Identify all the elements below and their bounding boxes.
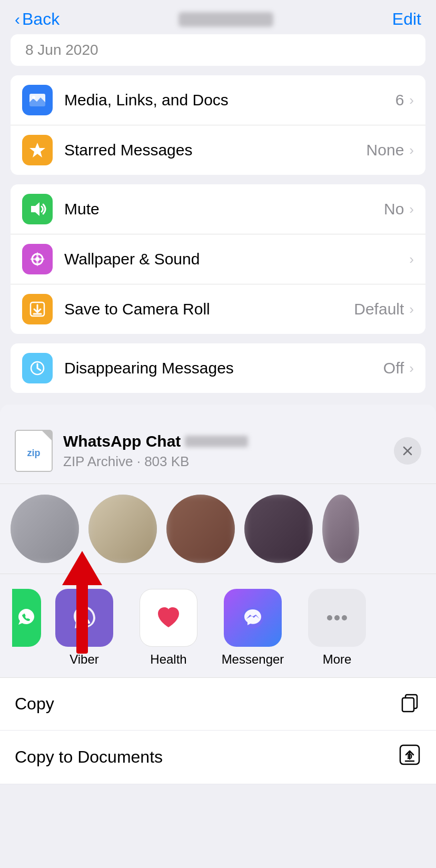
wallpaper-sound-row[interactable]: Wallpaper & Sound › bbox=[11, 234, 425, 284]
disappearing-messages-value: Off bbox=[383, 359, 404, 377]
mute-icon bbox=[22, 194, 53, 224]
top-nav: ‹ Back Edit bbox=[0, 0, 436, 34]
wallpaper-chevron-icon: › bbox=[409, 251, 414, 268]
copy-to-documents-icon: D bbox=[398, 743, 421, 771]
zip-size: 803 KB bbox=[144, 453, 189, 469]
starred-messages-label: Starred Messages bbox=[64, 141, 366, 159]
close-button[interactable] bbox=[394, 437, 421, 465]
svg-point-2 bbox=[32, 96, 35, 99]
contact-avatar-3[interactable] bbox=[166, 495, 235, 563]
whatsapp-partial-icon bbox=[12, 589, 41, 647]
zip-icon-label: zip bbox=[27, 448, 41, 459]
health-app-item[interactable]: Health bbox=[126, 589, 211, 667]
media-links-docs-value: 6 bbox=[395, 91, 404, 109]
disappearing-icon bbox=[22, 353, 53, 383]
media-links-docs-row[interactable]: Media, Links, and Docs 6 › bbox=[11, 75, 425, 125]
zip-info: WhatsApp Chat ZIP Archive · 803 KB bbox=[63, 432, 383, 470]
zip-type: ZIP Archive bbox=[63, 453, 133, 469]
svg-marker-4 bbox=[31, 202, 39, 216]
arrow-head-icon bbox=[62, 551, 102, 585]
action-section: Copy Copy to Documents D bbox=[0, 678, 436, 784]
starred-icon bbox=[22, 135, 53, 165]
zip-contact-blurred bbox=[185, 436, 248, 447]
disappearing-messages-group: Disappearing Messages Off › bbox=[11, 343, 425, 393]
media-links-docs-label: Media, Links, and Docs bbox=[64, 91, 395, 109]
svg-rect-17 bbox=[402, 698, 414, 712]
disappearing-messages-label: Disappearing Messages bbox=[64, 359, 383, 377]
mute-value: No bbox=[384, 200, 404, 218]
svg-text:D: D bbox=[407, 753, 412, 761]
date-text: 8 Jun 2020 bbox=[25, 42, 98, 58]
contact-avatar-4[interactable] bbox=[244, 495, 313, 563]
copy-icon bbox=[399, 691, 421, 717]
svg-point-15 bbox=[342, 615, 347, 620]
starred-chevron-icon: › bbox=[409, 142, 414, 159]
zip-meta: ZIP Archive · 803 KB bbox=[63, 453, 383, 470]
wallpaper-icon bbox=[22, 244, 53, 274]
health-label: Health bbox=[150, 652, 186, 667]
starred-messages-row[interactable]: Starred Messages None › bbox=[11, 125, 425, 175]
copy-row[interactable]: Copy bbox=[0, 678, 436, 731]
save-camera-roll-chevron-icon: › bbox=[409, 301, 414, 318]
messenger-label: Messenger bbox=[222, 652, 284, 667]
contact-avatar-5[interactable] bbox=[322, 495, 359, 563]
red-arrow-indicator bbox=[62, 551, 102, 654]
more-app-item[interactable]: More bbox=[295, 589, 379, 667]
nav-title-blurred bbox=[179, 12, 273, 27]
zip-header: zip WhatsApp Chat ZIP Archive · 803 KB bbox=[0, 415, 436, 484]
back-button[interactable]: ‹ Back bbox=[15, 9, 60, 29]
save-camera-roll-row[interactable]: Save to Camera Roll Default › bbox=[11, 284, 425, 334]
media-icon bbox=[22, 85, 53, 115]
disappearing-messages-row[interactable]: Disappearing Messages Off › bbox=[11, 343, 425, 393]
save-camera-roll-value: Default bbox=[354, 300, 404, 318]
zip-filename: WhatsApp Chat bbox=[63, 432, 181, 450]
svg-marker-3 bbox=[29, 143, 45, 157]
back-label: Back bbox=[22, 9, 60, 29]
more-label: More bbox=[323, 652, 352, 667]
more-icon bbox=[308, 589, 366, 647]
back-chevron-icon: ‹ bbox=[15, 11, 20, 28]
copy-label: Copy bbox=[15, 694, 54, 714]
arrow-shaft bbox=[76, 585, 88, 654]
zip-file-icon: zip bbox=[15, 430, 53, 472]
save-camera-roll-icon bbox=[22, 294, 53, 324]
mute-row[interactable]: Mute No › bbox=[11, 184, 425, 234]
zip-dot: · bbox=[137, 453, 144, 469]
messenger-icon bbox=[224, 589, 282, 647]
mute-label: Mute bbox=[64, 200, 384, 218]
viber-label: Viber bbox=[70, 652, 99, 667]
svg-point-13 bbox=[327, 615, 332, 620]
date-row: 8 Jun 2020 bbox=[11, 34, 425, 66]
save-camera-roll-label: Save to Camera Roll bbox=[64, 300, 354, 318]
wallpaper-label: Wallpaper & Sound bbox=[64, 250, 404, 268]
whatsapp-partial-item[interactable] bbox=[11, 589, 42, 647]
starred-messages-value: None bbox=[366, 141, 404, 159]
health-icon bbox=[140, 589, 197, 647]
edit-button[interactable]: Edit bbox=[392, 9, 421, 29]
media-links-chevron-icon: › bbox=[409, 92, 414, 108]
mute-chevron-icon: › bbox=[409, 201, 414, 218]
disappearing-chevron-icon: › bbox=[409, 360, 414, 377]
svg-point-14 bbox=[334, 615, 340, 620]
settings-group-2: Mute No › Wallpaper & Sound › bbox=[11, 184, 425, 334]
copy-to-documents-row[interactable]: Copy to Documents D bbox=[0, 731, 436, 784]
settings-group-1: Media, Links, and Docs 6 › Starred Messa… bbox=[11, 75, 425, 175]
copy-to-documents-label: Copy to Documents bbox=[15, 747, 163, 767]
messenger-app-item[interactable]: Messenger bbox=[211, 589, 295, 667]
